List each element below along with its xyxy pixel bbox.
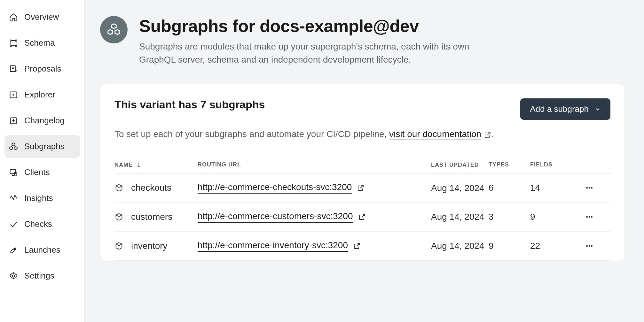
chevron-down-icon	[594, 106, 601, 112]
more-actions-button[interactable]	[585, 241, 594, 251]
sidebar-item-proposals[interactable]: Proposals	[4, 57, 80, 80]
sidebar-item-schema[interactable]: Schema	[4, 32, 80, 54]
routing-url-text: http://e-commerce-customers-svc:3200	[198, 211, 353, 221]
explorer-icon	[9, 90, 18, 99]
sort-down-icon	[136, 162, 142, 168]
subgraph-name[interactable]: inventory	[131, 241, 168, 251]
add-subgraph-label: Add a subgraph	[530, 104, 589, 114]
table-row: inventory http://e-commerce-inventory-sv…	[114, 232, 610, 261]
cube-icon	[114, 241, 123, 250]
svg-point-19	[591, 245, 593, 247]
th-name[interactable]: NAME	[114, 161, 198, 169]
sidebar-item-label: Clients	[24, 167, 50, 177]
external-link-icon	[484, 131, 491, 139]
svg-point-13	[591, 187, 593, 189]
panel-desc-prefix: To set up each of your subgraphs and aut…	[114, 129, 389, 139]
svg-point-15	[589, 216, 590, 218]
subgraphs-table: NAME ROUTING URL LAST UPDATED TYPES FIEL…	[114, 157, 610, 261]
changelog-icon	[9, 116, 18, 125]
checks-icon	[9, 220, 18, 229]
sidebar: Overview Schema Proposals Explorer Chang…	[0, 0, 85, 322]
panel-desc-suffix: .	[491, 129, 494, 139]
external-link-icon	[358, 213, 366, 221]
svg-point-9	[14, 249, 14, 249]
sidebar-item-changelog[interactable]: Changelog	[4, 109, 80, 132]
add-subgraph-button[interactable]: Add a subgraph	[520, 98, 610, 120]
table-header: NAME ROUTING URL LAST UPDATED TYPES FIEL…	[114, 157, 610, 173]
svg-point-0	[10, 40, 12, 41]
last-updated: Aug 14, 2024	[431, 182, 489, 194]
docs-link[interactable]: visit our documentation	[389, 129, 481, 140]
cube-icon	[114, 183, 123, 192]
sidebar-item-label: Overview	[24, 12, 59, 22]
last-updated: Aug 14, 2024	[431, 240, 489, 252]
th-types[interactable]: TYPES	[489, 161, 530, 169]
insights-icon	[9, 194, 18, 203]
subgraphs-panel: This variant has 7 subgraphs Add a subgr…	[100, 84, 625, 261]
sidebar-item-subgraphs[interactable]: Subgraphs	[4, 135, 80, 158]
fields-count: 14	[530, 183, 575, 193]
sidebar-item-label: Checks	[24, 219, 52, 229]
cube-icon	[114, 212, 123, 221]
page-title: Subgraphs for docs-example@dev	[139, 16, 491, 36]
svg-point-14	[586, 216, 588, 218]
more-actions-button[interactable]	[585, 212, 594, 222]
routing-url-link[interactable]: http://e-commerce-inventory-svc:3200	[198, 240, 348, 252]
subgraph-name[interactable]: customers	[131, 212, 172, 222]
routing-url-link[interactable]: http://e-commerce-checkouts-svc:3200	[198, 182, 352, 194]
fields-count: 9	[530, 212, 575, 222]
routing-url-text: http://e-commerce-inventory-svc:3200	[198, 240, 348, 250]
sidebar-item-label: Explorer	[24, 90, 55, 100]
panel-description: To set up each of your subgraphs and aut…	[114, 127, 610, 141]
sidebar-item-clients[interactable]: Clients	[4, 161, 80, 184]
sidebar-item-checks[interactable]: Checks	[4, 213, 80, 235]
sidebar-item-launches[interactable]: Launches	[4, 239, 80, 261]
svg-point-18	[589, 245, 590, 247]
panel-title: This variant has 7 subgraphs	[114, 98, 265, 111]
sidebar-item-label: Proposals	[24, 64, 61, 74]
svg-point-1	[15, 40, 17, 41]
home-icon	[9, 13, 18, 22]
svg-point-10	[12, 275, 15, 277]
routing-url-link[interactable]: http://e-commerce-customers-svc:3200	[198, 211, 353, 223]
th-fields[interactable]: FIELDS	[530, 161, 575, 169]
svg-point-3	[15, 45, 17, 46]
th-name-label: NAME	[114, 162, 133, 168]
external-link-icon	[353, 242, 361, 250]
th-last-updated[interactable]: LAST UPDATED	[431, 161, 489, 169]
svg-point-17	[586, 245, 588, 247]
th-routing-url[interactable]: ROUTING URL	[198, 161, 431, 169]
types-count: 3	[489, 212, 530, 222]
more-actions-button[interactable]	[585, 183, 594, 193]
subgraphs-icon	[9, 142, 18, 151]
last-updated: Aug 14, 2024	[431, 211, 489, 223]
sidebar-item-insights[interactable]: Insights	[4, 187, 80, 210]
table-row: checkouts http://e-commerce-checkouts-sv…	[114, 174, 610, 203]
main-content: Subgraphs for docs-example@dev Subgraphs…	[85, 0, 644, 322]
gear-icon	[9, 272, 18, 280]
types-count: 9	[489, 241, 530, 251]
proposals-icon	[9, 65, 18, 73]
types-count: 6	[489, 183, 530, 193]
clients-icon	[9, 168, 18, 177]
page-description: Subgraphs are modules that make up your …	[139, 40, 491, 66]
subgraph-name[interactable]: checkouts	[131, 183, 171, 193]
header-badge	[100, 16, 128, 43]
sidebar-item-label: Subgraphs	[24, 142, 65, 151]
sidebar-item-overview[interactable]: Overview	[4, 6, 80, 28]
page-header: Subgraphs for docs-example@dev Subgraphs…	[100, 16, 625, 66]
launches-icon	[9, 246, 18, 255]
docs-link-label: visit our documentation	[389, 129, 481, 139]
sidebar-item-explorer[interactable]: Explorer	[4, 83, 80, 106]
routing-url-text: http://e-commerce-checkouts-svc:3200	[198, 182, 352, 192]
sidebar-item-label: Insights	[24, 193, 53, 203]
sidebar-item-label: Changelog	[24, 116, 65, 126]
sidebar-item-label: Settings	[24, 271, 54, 281]
sidebar-item-settings[interactable]: Settings	[4, 264, 80, 287]
svg-point-2	[10, 45, 12, 46]
schema-icon	[9, 39, 18, 48]
svg-point-16	[591, 216, 593, 218]
fields-count: 22	[530, 241, 575, 251]
svg-point-12	[589, 187, 590, 189]
sidebar-item-label: Schema	[24, 38, 55, 48]
